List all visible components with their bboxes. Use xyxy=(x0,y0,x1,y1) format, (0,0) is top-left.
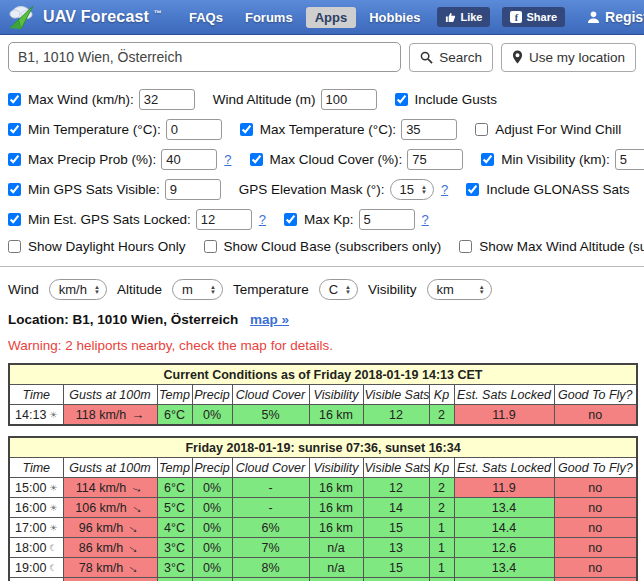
wind-unit-label: Wind xyxy=(8,282,39,297)
wind-direction-arrow-icon: → xyxy=(125,578,144,581)
nav-item-forums[interactable]: Forums xyxy=(236,7,302,28)
column-header: Est. Sats Locked xyxy=(454,458,554,478)
data-cell: 2°C xyxy=(157,578,192,581)
min-gps-visible-input[interactable] xyxy=(165,179,221,200)
min-gps-locked-help-link[interactable]: ? xyxy=(259,212,266,227)
temperature-unit-select[interactable]: C▲▼ xyxy=(319,279,358,300)
wind-direction-arrow-icon: → xyxy=(125,518,144,538)
nav-item-hobbies[interactable]: Hobbies xyxy=(360,7,429,28)
altitude-unit-label: Altitude xyxy=(117,282,162,297)
select-arrows-icon: ▲▼ xyxy=(345,285,351,294)
max-kp-input[interactable] xyxy=(359,209,415,230)
sun-icon: ☀ xyxy=(49,523,57,533)
data-cell: no xyxy=(554,578,637,581)
min-visibility-input[interactable] xyxy=(615,149,644,170)
min-temp-input[interactable] xyxy=(166,119,222,140)
filter-row-locked-kp: Min Est. GPS Sats Locked: ? Max Kp: ? xyxy=(8,209,636,230)
max-temp-input[interactable] xyxy=(401,119,457,140)
column-header: Cloud Cover xyxy=(232,385,309,405)
data-cell: 8% xyxy=(232,558,309,578)
search-icon xyxy=(420,51,433,64)
filter-row-show-options: Show Daylight Hours Only Show Cloud Base… xyxy=(8,239,636,254)
min-visibility-group: Min Visibility (km): xyxy=(481,149,644,170)
include-gusts-group: Include Gusts xyxy=(395,92,498,107)
max-precip-checkbox[interactable] xyxy=(8,153,21,166)
register-button[interactable]: Register xyxy=(587,9,644,25)
min-gps-visible-checkbox[interactable] xyxy=(8,183,21,196)
moon-icon: ☾ xyxy=(49,543,57,553)
forecast-tables: Current Conditions as of Friday 2018-01-… xyxy=(0,361,644,581)
wind-altitude-input[interactable] xyxy=(321,89,377,110)
share-button[interactable]: f Share xyxy=(502,7,565,27)
brand-title: UAV Forecast ™ xyxy=(43,8,162,26)
max-wind-altitude-show-checkbox[interactable] xyxy=(459,240,472,253)
min-temp-checkbox[interactable] xyxy=(8,123,21,136)
table-row: 18:00☾86 km/h→3°C0%7%n/a13112.6no xyxy=(9,538,637,558)
daylight-only-checkbox[interactable] xyxy=(8,240,21,253)
table-caption: Friday 2018-01-19: sunrise 07:36, sunset… xyxy=(9,437,637,458)
include-glonass-checkbox[interactable] xyxy=(466,183,479,196)
data-cell: 6% xyxy=(232,518,309,538)
max-wind-input[interactable] xyxy=(139,89,195,110)
table-caption: Current Conditions as of Friday 2018-01-… xyxy=(9,364,637,385)
gps-elevation-mask-select[interactable]: 15 ▲▼ xyxy=(390,179,434,200)
nav-item-apps[interactable]: Apps xyxy=(306,7,357,28)
table-row: 16:00☀106 km/h→5°C0%-16 km14213.4no xyxy=(9,498,637,518)
max-precip-input[interactable] xyxy=(161,149,217,170)
data-cell: 13.4 xyxy=(454,558,554,578)
gusts-cell: 106 km/h→ xyxy=(63,498,157,518)
location-value: B1, 1010 Wien, Österreich xyxy=(73,312,239,327)
max-temp-label: Max Temperature (°C): xyxy=(260,122,396,137)
filter-settings: Max Wind (km/h): Wind Altitude (m) Inclu… xyxy=(0,78,644,254)
data-cell: 16 km xyxy=(309,405,363,426)
data-cell: 12.6 xyxy=(454,538,554,558)
data-cell: 0% xyxy=(192,478,232,498)
include-gusts-checkbox[interactable] xyxy=(395,93,408,106)
like-button[interactable]: Like xyxy=(437,7,490,27)
min-gps-locked-checkbox[interactable] xyxy=(8,213,21,226)
data-cell: 14.4 xyxy=(454,518,554,538)
gps-elevation-mask-help-link[interactable]: ? xyxy=(441,182,448,197)
data-cell: 16 xyxy=(363,578,429,581)
table-row: 14:13☀118 km/h→6°C0%5%16 km12211.9no xyxy=(9,405,637,426)
column-header: Kp xyxy=(429,385,454,405)
map-link[interactable]: map » xyxy=(250,312,289,327)
select-arrows-icon: ▲▼ xyxy=(479,285,485,294)
nav-item-faqs[interactable]: FAQs xyxy=(180,7,232,28)
wind-chill-checkbox[interactable] xyxy=(475,123,488,136)
gusts-cell: 74 km/h→ xyxy=(63,578,157,581)
max-precip-label: Max Precip Prob (%): xyxy=(28,152,156,167)
max-precip-help-link[interactable]: ? xyxy=(224,152,231,167)
thumbs-up-icon xyxy=(445,12,456,23)
location-line: Location: B1, 1010 Wien, Österreich map … xyxy=(0,300,644,327)
altitude-unit-select[interactable]: m▲▼ xyxy=(172,279,223,300)
column-header: Gusts at 100m xyxy=(63,458,157,478)
use-my-location-button[interactable]: Use my location xyxy=(501,43,636,72)
min-visibility-checkbox[interactable] xyxy=(481,153,494,166)
location-search-input[interactable] xyxy=(8,42,401,72)
data-cell: 0% xyxy=(192,538,232,558)
table-row: 20:00☾74 km/h→2°C0%7%n/a16313.5no xyxy=(9,578,637,581)
column-header: Time xyxy=(9,385,63,405)
wind-unit-select[interactable]: km/h▲▼ xyxy=(49,279,107,300)
wind-direction-arrow-icon: → xyxy=(131,407,144,422)
max-wind-checkbox[interactable] xyxy=(8,93,21,106)
visibility-unit-select[interactable]: km▲▼ xyxy=(427,279,492,300)
min-gps-locked-input[interactable] xyxy=(196,209,252,230)
max-kp-checkbox[interactable] xyxy=(284,213,297,226)
cloud-base-group: Show Cloud Base (subscribers only) xyxy=(204,239,442,254)
data-cell: no xyxy=(554,405,637,426)
cloud-base-checkbox[interactable] xyxy=(204,240,217,253)
max-cloud-checkbox[interactable] xyxy=(250,153,263,166)
max-kp-help-link[interactable]: ? xyxy=(422,212,429,227)
time-cell: 19:00☾ xyxy=(9,558,63,578)
search-button[interactable]: Search xyxy=(409,43,493,72)
table-header-row: TimeGusts at 100mTempPrecipCloud CoverVi… xyxy=(9,385,637,405)
time-cell: 17:00☀ xyxy=(9,518,63,538)
max-cloud-input[interactable] xyxy=(407,149,463,170)
data-cell: 2 xyxy=(429,405,454,426)
max-temp-checkbox[interactable] xyxy=(240,123,253,136)
current-conditions-table-container: Current Conditions as of Friday 2018-01-… xyxy=(8,363,636,426)
data-cell: 6°C xyxy=(157,478,192,498)
location-label: Location: xyxy=(8,312,69,327)
